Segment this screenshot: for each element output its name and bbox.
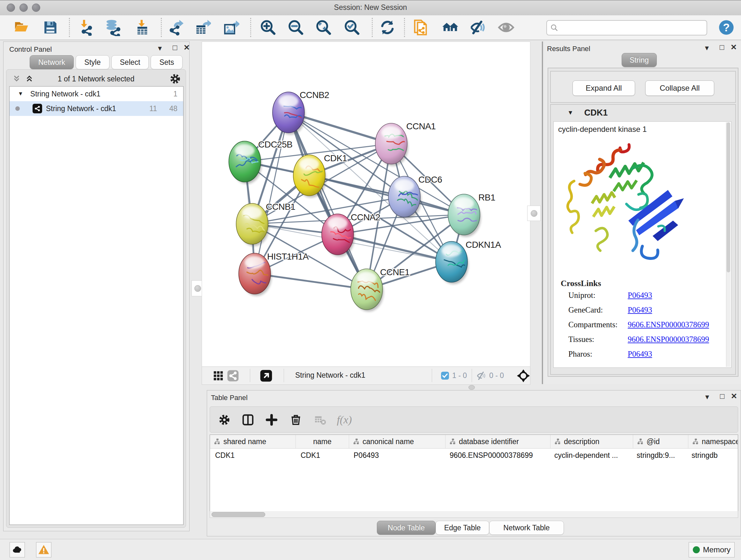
open-session-icon[interactable] <box>13 18 30 37</box>
zoom-out-icon[interactable] <box>287 18 305 37</box>
network-edge-count: 48 <box>169 105 178 113</box>
column-header-namespace[interactable]: namespace <box>688 435 738 448</box>
show-all-icon[interactable] <box>497 18 515 37</box>
column-header-canonical-name[interactable]: canonical name <box>349 435 446 448</box>
column-header-database-identifier[interactable]: database identifier <box>446 435 550 448</box>
network-share-view-icon[interactable] <box>226 369 240 382</box>
search-input[interactable] <box>558 22 706 34</box>
crosslink-link[interactable]: P06493 <box>628 291 652 300</box>
table-cell[interactable]: stringdb <box>686 451 738 460</box>
table-horizontal-scrollbar[interactable] <box>210 511 738 518</box>
memory-button[interactable]: Memory <box>689 542 735 557</box>
tab-edge-table[interactable]: Edge Table <box>435 521 489 535</box>
network-node-CCNE1[interactable] <box>351 269 384 312</box>
column-header-name[interactable]: name <box>296 435 349 448</box>
table-cell[interactable]: cyclin-dependent ... <box>549 451 631 460</box>
section-expander-icon[interactable]: ▼ <box>567 109 574 116</box>
results-scrollbar[interactable] <box>726 122 731 367</box>
import-network-database-icon[interactable] <box>104 18 122 37</box>
expand-all-button[interactable]: Expand All <box>572 80 635 96</box>
tab-node-table[interactable]: Node Table <box>377 521 435 535</box>
table-cell[interactable]: CDK1 <box>210 451 295 460</box>
tab-network-table[interactable]: Network Table <box>489 521 564 535</box>
tab-string[interactable]: String <box>622 53 657 67</box>
column-header-description[interactable]: description <box>550 435 633 448</box>
refresh-icon[interactable] <box>379 18 396 37</box>
hidden-eye-icon[interactable] <box>475 369 488 382</box>
warnings-button[interactable] <box>36 542 51 557</box>
table-cell[interactable]: P06493 <box>348 451 445 460</box>
panel-float-icon[interactable]: □ <box>720 392 725 400</box>
network-edge-CCNB2-HIST1H1A[interactable] <box>255 112 288 273</box>
node-table: shared namenamecanonical namedatabase id… <box>210 435 738 512</box>
panel-collapse-icon[interactable]: ▾ <box>705 44 709 52</box>
crosslink-link[interactable]: 9606.ENSP00000378699 <box>628 320 709 329</box>
column-header-shared-name[interactable]: shared name <box>210 435 296 448</box>
crosslink-link[interactable]: P06493 <box>628 306 652 314</box>
create-column-plus-icon[interactable] <box>264 413 279 427</box>
column-header--id[interactable]: @id <box>633 435 688 448</box>
zoom-in-icon[interactable] <box>259 18 277 37</box>
table-row[interactable]: CDK1CDK1P064939606.ENSP00000378699cyclin… <box>210 449 738 462</box>
network-row[interactable]: String Network - cdk1 11 48 <box>10 101 183 116</box>
selected-checkbox-icon[interactable] <box>441 371 449 381</box>
zoom-selected-icon[interactable] <box>343 18 361 37</box>
scrollbar-thumb[interactable] <box>212 512 265 517</box>
table-options-gear-icon[interactable] <box>217 413 232 427</box>
network-edge-CCNB2-CCNE1[interactable] <box>288 112 367 289</box>
table-cell[interactable]: stringdb:9... <box>631 451 686 460</box>
control-panel: Control Panel ▾ □ ✕ NetworkStyleSelectSe… <box>3 42 190 531</box>
export-network-icon[interactable] <box>166 18 184 37</box>
table-cell[interactable]: 9606.ENSP00000378699 <box>445 451 549 460</box>
network-node-CDKN1A[interactable] <box>435 241 468 284</box>
tab-sets[interactable]: Sets <box>151 55 183 69</box>
hide-selected-icon[interactable] <box>469 18 487 37</box>
panel-collapse-icon[interactable]: ▾ <box>705 393 709 401</box>
delete-column-trash-icon[interactable] <box>288 413 303 427</box>
panel-float-icon[interactable]: □ <box>720 44 724 51</box>
network-view-canvas[interactable]: CCNB2CCNA1CDC25BCDK1CDC6RB1CCNB1CCNA2CDK… <box>202 42 530 367</box>
export-image-icon[interactable] <box>222 18 240 37</box>
collection-expander-icon[interactable]: ▼ <box>18 91 23 97</box>
import-table-file-icon[interactable] <box>133 18 151 37</box>
save-session-icon[interactable] <box>42 18 59 37</box>
footer-separator <box>250 369 250 382</box>
network-collection-row[interactable]: ▼ String Network - cdk1 1 <box>10 86 183 101</box>
tab-style[interactable]: Style <box>76 55 109 69</box>
cloud-status-button[interactable] <box>10 542 25 557</box>
tab-network[interactable]: Network <box>30 55 74 69</box>
network-view-toolbar: String Network - cdk1 1 - 0 0 - 0 <box>202 367 530 385</box>
help-icon[interactable]: ? <box>718 18 735 37</box>
detach-view-icon[interactable] <box>259 369 273 382</box>
birds-eye-navigator-icon[interactable] <box>517 369 530 382</box>
crosslink-link[interactable]: P06493 <box>628 350 652 359</box>
panel-close-icon[interactable]: ✕ <box>731 44 737 51</box>
horizontal-splitter-handle[interactable] <box>468 385 475 390</box>
collection-count: 1 <box>173 90 178 98</box>
network-options-gear-icon[interactable] <box>170 73 181 85</box>
export-table-icon[interactable] <box>194 18 212 37</box>
search-field[interactable] <box>546 20 707 36</box>
show-columns-icon[interactable] <box>241 413 255 427</box>
node-label-CDK1: CDK1 <box>324 153 347 163</box>
panel-float-icon[interactable]: □ <box>173 44 178 51</box>
panel-collapse-icon[interactable]: ▾ <box>158 44 162 52</box>
function-builder-icon[interactable]: f(x) <box>337 413 352 427</box>
grid-view-icon[interactable] <box>212 369 225 382</box>
panel-close-icon[interactable]: ✕ <box>184 44 190 51</box>
home-pages-icon[interactable] <box>441 18 459 37</box>
right-splitter-handle[interactable] <box>527 206 541 221</box>
zoom-fit-icon[interactable] <box>315 18 333 37</box>
open-file-network-icon[interactable] <box>413 18 431 37</box>
gene-section-header[interactable]: ▼ CDK1 <box>551 105 735 121</box>
panel-close-icon[interactable]: ✕ <box>731 392 737 400</box>
crosslink-link[interactable]: 9606.ENSP00000378699 <box>628 335 709 344</box>
import-network-file-icon[interactable] <box>77 18 95 37</box>
collapse-all-button[interactable]: Collapse All <box>645 80 714 96</box>
memory-label: Memory <box>703 545 731 554</box>
table-cell[interactable]: CDK1 <box>295 451 348 460</box>
search-icon <box>550 23 558 32</box>
network-node-CDC6[interactable] <box>388 176 421 219</box>
delete-table-icon[interactable] <box>313 413 327 427</box>
tab-select[interactable]: Select <box>111 55 149 69</box>
